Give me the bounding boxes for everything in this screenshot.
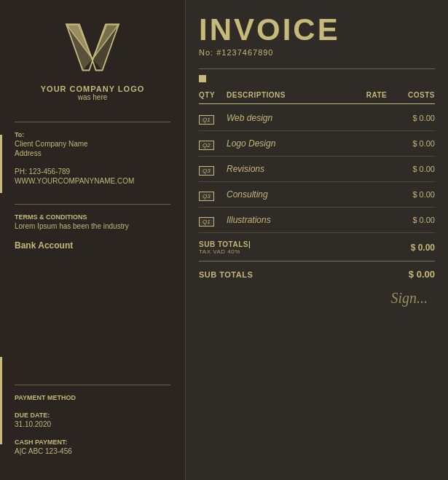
table-rows-container: Q1 Web design $ 0.00 Q2 Logo Design $ 0.… [199,106,435,233]
qty-badge-icon: Q3 [199,166,214,176]
cash-label: CASH PAYMENT: [15,438,170,446]
payment-block: PAYMENT METHOD [15,394,170,403]
due-date-label: DUE DATE: [15,412,170,419]
qty-badge-icon: Q2 [199,141,214,150]
client-name: Client Company Name [15,140,170,148]
subtotal-1-value: $ 0.00 [391,243,435,253]
client-address: Address [15,149,170,157]
client-info-block: To: Client Company Name Address [15,131,170,159]
divider-1 [15,122,170,122]
contact-block: PH: 123-456-789 WWW.YOURCOMPANYNAME.COM [15,168,170,186]
phone-label: PH: [15,168,27,176]
col-header-qty: QTY [199,91,227,99]
left-accent-bottom [0,357,2,444]
qty-cell: Q3 [199,162,227,176]
invoice-number-label: No: [199,48,213,57]
qty-cell: Q2 [199,137,227,150]
desc-cell: Logo Design [227,138,358,149]
cost-cell: $ 0.00 [395,139,435,148]
qty-cell: Q3 [199,188,227,201]
table-row: Q1 Illustrations $ 0.00 [199,208,435,233]
signature-text: Sign... [390,290,428,307]
col-header-cost: COSTS [395,91,435,99]
table-header: QTY DESCRIPTIONS RATE COSTS [199,87,435,104]
due-date-block: DUE DATE: 31.10.2020 [15,412,170,430]
divider-3 [15,385,170,385]
company-address-line: was here [78,93,108,101]
final-subtotal-row: SUB TOTALS $ 0.00 [199,264,435,284]
table-row: Q3 Consulting $ 0.00 [199,182,435,208]
right-panel: INVOICE No: #1237467890 QTY DESCRIPTIONS… [186,0,448,480]
divider-right-1 [199,68,435,69]
col-header-rate: RATE [358,91,395,99]
subtotals-section: SUB TOTALS| TAX VAD 40% $ 0.00 SUB TOTAL… [199,237,435,284]
table-row: Q2 Logo Design $ 0.00 [199,131,435,157]
cash-value: A|C ABC 123-456 [15,447,170,455]
invoice-title: INVOICE [199,15,340,45]
left-accent-top [0,135,2,193]
cost-cell: $ 0.00 [395,190,435,199]
company-name: YOUR COMPANY LOGO [41,84,145,93]
desc-cell: Web design [227,113,358,123]
qty-cell: Q1 [199,213,227,227]
signature-area: Sign... [199,290,435,307]
qty-cell: Q1 [199,111,227,125]
table-row: Q3 Revisions $ 0.00 [199,157,435,182]
final-subtotal-label: SUB TOTALS [199,270,409,279]
cost-cell: $ 0.00 [395,114,435,122]
square-accent-icon [199,75,206,82]
due-date-value: 31.10.2020 [15,420,170,428]
to-label: To: [15,131,170,138]
terms-label: TERMS & CONDITIONS [15,213,170,221]
qty-badge-icon: Q3 [199,192,214,201]
col-header-desc: DESCRIPTIONS [227,91,358,99]
invoice-container: YOUR COMPANY LOGO was here To: Client Co… [0,0,448,480]
bank-block: Bank Account [15,240,170,252]
invoice-number-value: #1237467890 [216,48,273,57]
company-logo-icon [60,15,125,80]
phone-value: 123-456-789 [28,168,70,176]
left-panel: YOUR COMPANY LOGO was here To: Client Co… [0,0,186,480]
invoice-header: INVOICE No: #1237467890 [199,15,435,57]
qty-badge-icon: Q1 [199,115,214,125]
payment-method-label: PAYMENT METHOD [15,394,170,401]
desc-cell: Revisions [227,164,358,174]
phone-line: PH: 123-456-789 [15,168,170,176]
cost-cell: $ 0.00 [395,165,435,173]
website-value: WWW.YOURCOMPANYNAME.COM [15,177,170,185]
divider-2 [15,204,170,205]
desc-cell: Consulting [227,189,358,200]
terms-value: Lorem Ipsum has been the industry [15,222,170,230]
subtotal-row-1: SUB TOTALS| TAX VAD 40% $ 0.00 [199,237,435,258]
table-row: Q1 Web design $ 0.00 [199,106,435,131]
invoice-number: No: #1237467890 [199,48,273,57]
desc-cell: Illustrations [227,215,358,225]
terms-block: TERMS & CONDITIONS Lorem Ipsum has been … [15,213,170,232]
subtotal-1-label: SUB TOTALS| TAX VAD 40% [199,240,391,255]
logo-area: YOUR COMPANY LOGO was here [15,15,170,101]
subtotal-divider [199,261,435,261]
cost-cell: $ 0.00 [395,216,435,224]
qty-badge-icon: Q1 [199,217,214,227]
bank-label: Bank Account [15,240,170,251]
cash-payment-block: CASH PAYMENT: A|C ABC 123-456 [15,438,170,457]
final-subtotal-value: $ 0.00 [409,269,435,280]
